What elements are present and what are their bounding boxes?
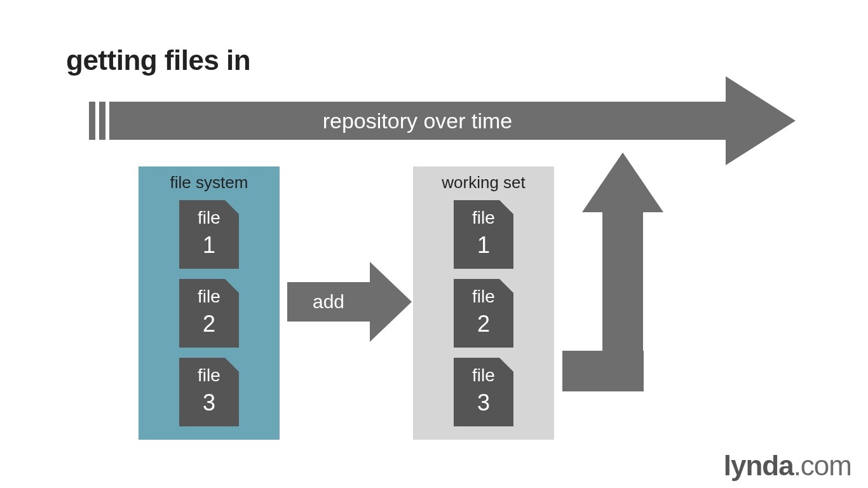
file-label: file bbox=[179, 287, 239, 307]
file-system-title: file system bbox=[139, 173, 280, 193]
up-arrow-vertical bbox=[602, 210, 643, 391]
page-title: getting files in bbox=[66, 44, 250, 76]
diagram-stage: getting files in repository over time fi… bbox=[0, 0, 868, 488]
add-arrow-body: add bbox=[287, 282, 370, 322]
brand-logo: lynda.com bbox=[724, 450, 851, 482]
arrowhead-right-icon bbox=[726, 76, 796, 165]
file-number: 1 bbox=[179, 232, 239, 259]
file-icon: file 3 bbox=[179, 358, 239, 426]
file-icon: file 2 bbox=[454, 279, 513, 348]
timeline-tick-2 bbox=[99, 102, 105, 140]
timeline-tick-1 bbox=[89, 102, 95, 140]
file-label: file bbox=[454, 208, 513, 228]
file-label: file bbox=[179, 208, 239, 228]
timeline-label: repository over time bbox=[323, 109, 513, 133]
working-set-title: working set bbox=[413, 173, 554, 193]
file-number: 2 bbox=[454, 311, 513, 337]
file-icon: file 2 bbox=[179, 279, 239, 348]
file-icon: file 1 bbox=[179, 200, 239, 269]
working-set-column: working set file 1 file 2 file 3 bbox=[413, 166, 554, 440]
brand-name: lynda bbox=[724, 450, 794, 481]
file-system-column: file system file 1 file 2 file 3 bbox=[139, 166, 280, 440]
file-label: file bbox=[179, 365, 239, 386]
file-number: 3 bbox=[179, 390, 239, 416]
brand-tld: .com bbox=[794, 450, 851, 481]
add-label: add bbox=[313, 291, 344, 313]
file-label: file bbox=[454, 365, 513, 386]
timeline-bar: repository over time bbox=[109, 102, 726, 140]
file-number: 1 bbox=[454, 232, 513, 259]
arrowhead-right-icon bbox=[370, 262, 412, 342]
file-number: 2 bbox=[179, 311, 239, 337]
file-number: 3 bbox=[454, 390, 513, 416]
file-icon: file 1 bbox=[454, 200, 513, 269]
file-icon: file 3 bbox=[454, 358, 513, 426]
arrowhead-up-icon bbox=[582, 152, 663, 212]
file-label: file bbox=[454, 287, 513, 307]
